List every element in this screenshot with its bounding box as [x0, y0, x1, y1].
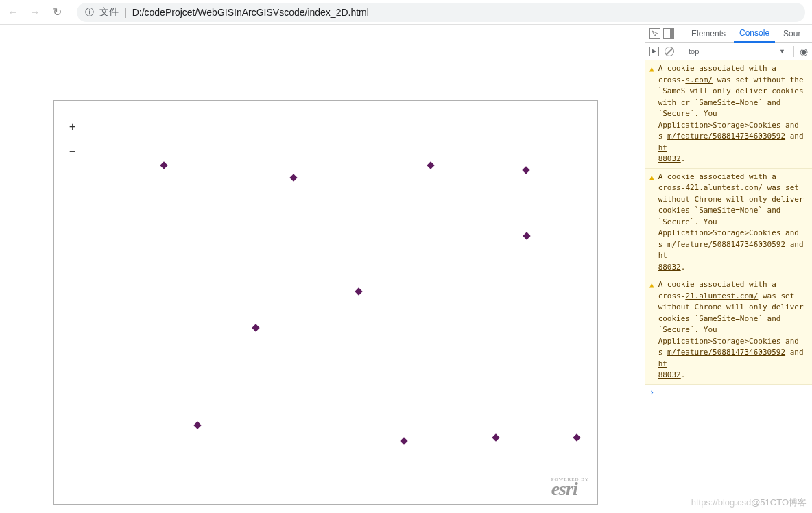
console-link[interactable]: 88032	[658, 154, 681, 163]
browser-toolbar: ← → ↻ ⓘ 文件 | D:/codeProjcet/WebGISInArcG…	[0, 0, 812, 25]
console-warning: ▲ A cookie associated with a cross-s.com…	[645, 60, 812, 169]
esri-text: esri	[551, 478, 577, 499]
console-link[interactable]: 88032	[658, 370, 681, 379]
zoom-in-button[interactable]: +	[69, 121, 76, 134]
console-link[interactable]: 88032	[658, 263, 681, 272]
map-point[interactable]	[193, 421, 201, 429]
tab-console[interactable]: Console	[734, 25, 775, 43]
filter-sep	[680, 46, 680, 57]
map-point[interactable]	[289, 174, 297, 181]
url-bar[interactable]: ⓘ 文件 | D:/codeProjcet/WebGISInArcGISVsco…	[77, 3, 805, 22]
console-body: ▲ A cookie associated with a cross-s.com…	[645, 60, 812, 513]
chevron-down-icon: ▼	[779, 48, 785, 55]
warning-icon: ▲	[649, 64, 654, 165]
back-icon[interactable]: ←	[7, 6, 19, 19]
context-label: top	[689, 47, 699, 56]
console-filter-bar: ▶ top ▼ ◉	[645, 43, 812, 60]
devtools-tabs: Elements Console Sour	[645, 25, 812, 43]
console-link[interactable]: ht	[658, 143, 667, 152]
console-link[interactable]: 421.aluntest.com/	[685, 183, 763, 192]
page-content: + − POWERED BY esri	[0, 25, 645, 513]
map-point[interactable]	[522, 166, 529, 174]
console-text: A cookie associated with a cross-s.com/ …	[658, 63, 808, 165]
filter-sep2	[793, 46, 794, 57]
map-point[interactable]	[492, 433, 499, 441]
inspect-icon[interactable]	[649, 28, 660, 39]
forward-icon[interactable]: →	[29, 6, 41, 19]
sidebar-toggle-icon[interactable]: ▶	[649, 47, 659, 56]
warning-icon: ▲	[649, 172, 654, 274]
console-link[interactable]: 21.aluntest.com/	[685, 291, 758, 300]
tab-elements[interactable]: Elements	[686, 25, 731, 43]
url-path: D:/codeProjcet/WebGISInArcGISVscode/inde…	[132, 7, 369, 18]
map-point[interactable]	[523, 232, 530, 239]
map-point[interactable]	[160, 161, 167, 169]
map-point[interactable]	[427, 161, 434, 169]
console-prompt[interactable]: ›	[645, 385, 812, 400]
watermark: https://blog.csd@51CTO博客	[691, 497, 807, 509]
context-select[interactable]: top ▼	[686, 47, 788, 56]
map-point[interactable]	[400, 437, 407, 444]
live-expression-icon[interactable]: ◉	[800, 46, 808, 57]
console-text: A cookie associated with a cross-21.alun…	[658, 279, 808, 381]
file-label: 文件	[99, 6, 119, 19]
tab-sep	[680, 28, 680, 39]
reload-icon[interactable]: ↻	[51, 6, 63, 19]
console-link[interactable]: m/feature/5088147346030592	[667, 240, 785, 249]
zoom-out-button[interactable]: −	[69, 146, 76, 158]
console-link[interactable]: s.com/	[685, 75, 713, 84]
devtools-panel: Elements Console Sour ▶ top ▼ ◉ ▲ A cook…	[645, 25, 812, 513]
console-warning: ▲ A cookie associated with a cross-421.a…	[645, 169, 812, 277]
watermark-b: @51CTO博客	[751, 497, 807, 508]
console-link[interactable]: m/feature/5088147346030592	[667, 348, 785, 357]
url-sep: |	[124, 7, 127, 18]
console-link[interactable]: ht	[658, 251, 667, 260]
esri-logo: POWERED BY esri	[551, 477, 589, 500]
console-link[interactable]: m/feature/5088147346030592	[667, 132, 785, 141]
tab-sources[interactable]: Sour	[778, 25, 806, 43]
device-icon[interactable]	[663, 28, 674, 39]
map-point[interactable]	[573, 433, 580, 441]
map-point[interactable]	[355, 287, 362, 295]
warning-icon: ▲	[649, 280, 654, 381]
info-icon: ⓘ	[85, 6, 94, 19]
map-viewport[interactable]: + − POWERED BY esri	[53, 100, 598, 505]
zoom-controls: + −	[69, 121, 76, 158]
console-link[interactable]: ht	[658, 359, 667, 368]
watermark-a: https://blog.csd	[691, 497, 751, 508]
console-warning: ▲ A cookie associated with a cross-21.al…	[645, 276, 812, 385]
clear-console-icon[interactable]	[665, 47, 674, 56]
console-text: A cookie associated with a cross-421.alu…	[658, 171, 808, 274]
map-point[interactable]	[252, 324, 259, 331]
